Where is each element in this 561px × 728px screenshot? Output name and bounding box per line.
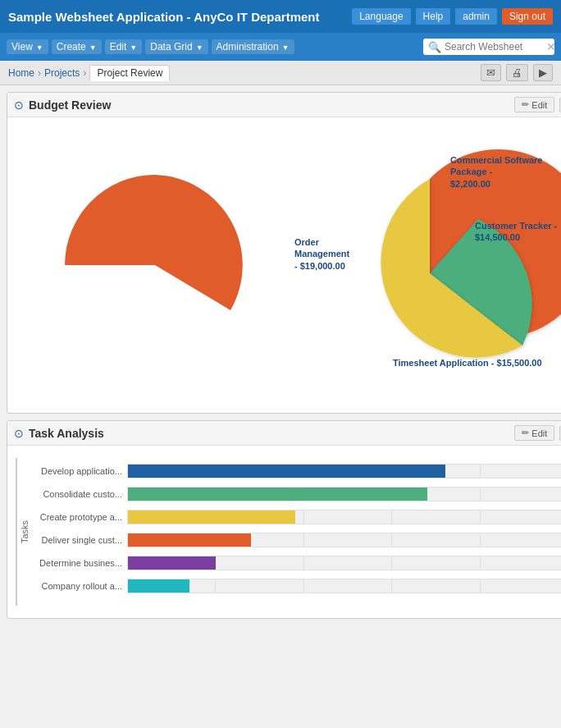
bar-grid-5 (128, 579, 561, 593)
administration-menu[interactable]: Administration (212, 39, 294, 54)
datagrid-menu[interactable]: Data Grid (145, 39, 208, 54)
help-button[interactable]: Help (416, 8, 451, 25)
bar-row-3: Deliver single cust... (32, 530, 561, 550)
bar-row-4: Determine busines... (32, 553, 561, 573)
search-input[interactable] (445, 41, 543, 53)
bar-fill-0 (128, 465, 445, 478)
pie-chart-container: Commercial Software Package -$2,200.00 C… (16, 126, 561, 405)
content-area: ⊙ Budget Review ✏ Edit T (7, 92, 561, 619)
bar-grid-line (392, 579, 480, 593)
app-header: Sample Websheet Application - AnyCo IT D… (0, 0, 561, 33)
bar-row-0: Develop applicatio... (32, 461, 561, 481)
bar-grid-line (481, 556, 561, 570)
task-edit-button[interactable]: ✏ Edit (514, 425, 554, 441)
bar-grid-line (304, 556, 392, 570)
bar-grid-line (481, 465, 561, 478)
budget-toggle-icon[interactable]: ⊙ (14, 98, 24, 112)
bar-fill-4 (128, 556, 216, 570)
pie-label-blue: Commercial Software Package -$2,200.00 (450, 154, 557, 190)
breadcrumb-current: Project Review (89, 65, 170, 81)
bar-label-1: Consolidate custo... (32, 489, 122, 499)
breadcrumb-home[interactable]: Home (8, 67, 34, 79)
search-clear-icon[interactable]: ✕ (546, 40, 556, 53)
edit-menu[interactable]: Edit (105, 39, 143, 54)
budget-review-body: Commercial Software Package -$2,200.00 C… (7, 117, 561, 413)
pie-chart (16, 138, 294, 392)
bar-label-0: Develop applicatio... (32, 466, 122, 476)
bar-grid-line (481, 488, 561, 501)
pie-label-green: Customer Tracker -$14,500.00 (475, 220, 561, 244)
bar-grid-line (481, 533, 561, 547)
search-icon: 🔍 (428, 41, 441, 53)
bar-track-4 (127, 556, 561, 570)
bar-label-3: Deliver single cust... (32, 535, 122, 545)
breadcrumb-sep-1: › (38, 67, 41, 79)
edit-chevron (130, 41, 137, 53)
bar-track-5 (127, 579, 561, 593)
pie-slice-order (65, 175, 155, 265)
bar-grid-line (216, 556, 303, 570)
bar-row-5: Company rollout a... (32, 576, 561, 596)
budget-review-panel: ⊙ Budget Review ✏ Edit T (7, 92, 561, 414)
create-menu[interactable]: Create (52, 39, 102, 54)
task-toggle-icon[interactable]: ⊙ (14, 427, 24, 440)
pencil-icon: ✏ (522, 99, 529, 110)
view-label: View (11, 41, 33, 53)
edit-label: Edit (110, 41, 127, 53)
pie-label-yellow: Timesheet Application - $15,500.00 (393, 358, 542, 368)
datagrid-chevron (196, 41, 203, 53)
administration-label: Administration (217, 41, 279, 53)
budget-review-title: Budget Review (29, 98, 509, 112)
datagrid-label: Data Grid (150, 41, 192, 53)
task-analysis-panel: ⊙ Task Analysis ✏ Edit T Tasks Develop a… (7, 420, 561, 619)
main-content: ⊙ Budget Review ✏ Edit T (0, 85, 561, 625)
app-title: Sample Websheet Application - AnyCo IT D… (8, 10, 320, 24)
task-analysis-header: ⊙ Task Analysis ✏ Edit T (7, 421, 561, 446)
bar-fill-5 (128, 579, 189, 593)
create-chevron (89, 41, 97, 53)
bar-grid-line (392, 556, 480, 570)
breadcrumb-icons: ✉ 🖨 ▶ (481, 64, 553, 81)
bar-label-5: Company rollout a... (32, 581, 122, 591)
breadcrumb-projects[interactable]: Projects (44, 67, 80, 79)
bar-track-2 (127, 510, 561, 524)
bar-grid-line (392, 511, 480, 524)
email-icon-button[interactable]: ✉ (481, 64, 501, 81)
search-box[interactable]: 🔍 ✕ (423, 39, 554, 55)
bar-chart-inner: Develop applicatio...Consolidate custo..… (32, 458, 561, 606)
current-page-label: Project Review (97, 67, 162, 79)
bar-y-label: Tasks (16, 458, 32, 606)
task-analysis-title: Task Analysis (29, 427, 509, 440)
projects-label: Projects (44, 67, 80, 79)
bar-track-3 (127, 533, 561, 547)
bar-label-4: Determine busines... (32, 558, 122, 568)
breadcrumb-sep-2: › (83, 67, 86, 79)
bar-grid-line (392, 533, 480, 547)
expand-icon-button[interactable]: ▶ (533, 64, 553, 81)
task-analysis-body: Tasks Develop applicatio...Consolidate c… (7, 446, 561, 618)
view-menu[interactable]: View (7, 39, 48, 54)
admin-button[interactable]: admin (455, 8, 497, 25)
bar-grid-line (481, 511, 561, 524)
bar-fill-3 (128, 533, 251, 547)
print-icon-button[interactable]: 🖨 (506, 64, 528, 81)
create-label: Create (57, 41, 86, 53)
budget-edit-button[interactable]: ✏ Edit (514, 97, 554, 112)
header-actions: Language Help admin Sign out (352, 8, 553, 25)
bar-label-2: Create prototype a... (32, 512, 122, 522)
language-button[interactable]: Language (352, 8, 410, 25)
bar-grid-line (216, 579, 303, 593)
bar-grid-line (304, 533, 392, 547)
view-chevron (36, 41, 43, 53)
home-label: Home (8, 67, 34, 79)
bar-chart-container: Tasks Develop applicatio...Consolidate c… (16, 454, 561, 610)
pencil-icon-2: ✏ (522, 428, 529, 438)
budget-review-header: ⊙ Budget Review ✏ Edit T (7, 93, 561, 117)
pie-label-red: OrderManagement- $19,000.00 (294, 236, 349, 272)
bar-fill-2 (128, 511, 295, 524)
bar-track-0 (127, 464, 561, 478)
pie-wrapper: Commercial Software Package -$2,200.00 C… (294, 138, 561, 392)
bar-grid-line (481, 579, 561, 593)
signout-button[interactable]: Sign out (502, 8, 553, 25)
administration-chevron (282, 41, 290, 53)
